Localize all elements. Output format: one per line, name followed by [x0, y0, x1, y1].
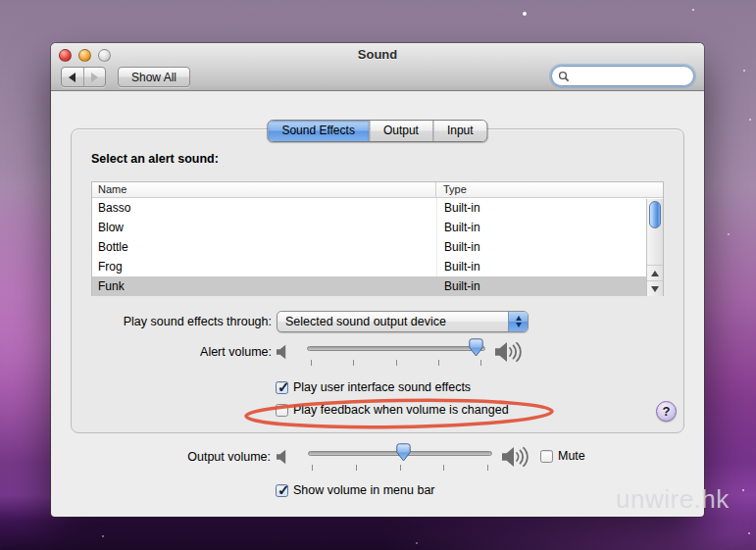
help-button[interactable]: ? — [656, 401, 677, 422]
cell-type: Built-in — [437, 276, 663, 296]
slider-track[interactable] — [307, 346, 485, 351]
play-ui-sounds-label: Play user interface sound effects — [293, 380, 471, 394]
play-ui-sounds-row: Play user interface sound effects — [276, 380, 471, 394]
watermark: unwire.hk — [616, 484, 730, 515]
show-volume-menu-bar-label: Show volume in menu bar — [293, 483, 435, 497]
table-scrollbar[interactable] — [646, 199, 663, 296]
cell-name: Blow — [92, 218, 437, 237]
speaker-quiet-icon — [276, 344, 292, 360]
cell-type: Built-in — [437, 237, 663, 257]
alert-sound-heading: Select an alert sound: — [91, 152, 219, 166]
scroll-down-button[interactable] — [647, 280, 663, 296]
show-volume-menu-bar-row: Show volume in menu bar — [276, 483, 435, 497]
scrollbar-thumb[interactable] — [649, 201, 661, 228]
cell-type: Built-in — [437, 257, 663, 276]
alert-sound-table: Name Type Basso Built-in Blow Built-in B… — [91, 181, 664, 296]
popup-arrows-icon — [508, 312, 528, 331]
tab-input[interactable]: Input — [432, 121, 487, 141]
sound-preferences-window: Sound Show All Sound Effects Output Inpu… — [51, 43, 704, 517]
title-bar[interactable]: Sound Show All — [51, 43, 704, 91]
popup-selected-value: Selected sound output device — [277, 312, 508, 331]
back-arrow-icon — [69, 73, 76, 82]
table-row[interactable]: Bottle Built-in — [92, 237, 663, 257]
cell-name: Bottle — [92, 237, 437, 257]
slider-ticks — [311, 360, 481, 366]
cell-name: Basso — [92, 198, 437, 218]
down-arrow-icon — [651, 286, 659, 292]
mute-checkbox[interactable] — [540, 450, 553, 463]
speaker-loud-icon — [494, 340, 526, 364]
search-icon — [558, 71, 570, 82]
search-input[interactable] — [570, 70, 682, 83]
up-arrow-icon — [651, 271, 659, 276]
play-feedback-label: Play feedback when volume is changed — [293, 403, 509, 417]
table-row[interactable]: Blow Built-in — [92, 218, 663, 237]
scrollbar-buttons — [647, 265, 663, 296]
play-feedback-checkbox[interactable] — [276, 404, 288, 417]
cell-name: Frog — [92, 257, 437, 276]
output-volume-thumb[interactable] — [396, 443, 411, 462]
sound-effects-panel: Select an alert sound: Name Type Basso B… — [71, 128, 684, 433]
tab-bar: Sound Effects Output Input — [267, 120, 487, 142]
background-stars — [523, 12, 527, 16]
play-through-label: Play sound effects through: — [72, 311, 272, 332]
table-header: Name Type — [92, 182, 663, 198]
cell-type: Built-in — [437, 218, 663, 237]
table-body: Basso Built-in Blow Built-in Bottle Buil… — [92, 198, 663, 296]
mute-row: Mute — [540, 449, 585, 463]
slider-ticks — [312, 465, 488, 471]
output-volume-slider[interactable] — [308, 442, 492, 472]
speaker-quiet-icon — [276, 449, 292, 465]
mute-label: Mute — [558, 449, 585, 463]
search-field[interactable] — [551, 66, 694, 86]
nav-buttons — [61, 67, 106, 87]
back-button[interactable] — [62, 68, 83, 86]
table-row-selected[interactable]: Funk Built-in — [92, 276, 663, 296]
show-all-button[interactable]: Show All — [118, 67, 190, 87]
table-row[interactable]: Basso Built-in — [92, 198, 663, 218]
sound-output-popup[interactable]: Selected sound output device — [277, 311, 529, 332]
column-header-name[interactable]: Name — [92, 182, 436, 197]
show-volume-menu-bar-checkbox[interactable] — [276, 484, 288, 497]
forward-button[interactable] — [83, 68, 106, 86]
table-row[interactable]: Frog Built-in — [92, 257, 663, 276]
column-header-type[interactable]: Type — [436, 182, 663, 197]
forward-arrow-icon — [91, 73, 98, 82]
window-title: Sound — [51, 47, 704, 62]
cell-type: Built-in — [437, 198, 663, 218]
scroll-up-button[interactable] — [647, 265, 663, 280]
alert-volume-slider[interactable] — [307, 337, 485, 367]
desktop-background: Sound Show All Sound Effects Output Inpu… — [0, 0, 756, 550]
play-ui-sounds-checkbox[interactable] — [276, 381, 288, 394]
tab-sound-effects[interactable]: Sound Effects — [268, 121, 369, 141]
alert-volume-thumb[interactable] — [469, 338, 483, 357]
alert-volume-label: Alert volume: — [72, 341, 272, 363]
output-volume-label: Output volume: — [51, 446, 271, 468]
play-feedback-row: Play feedback when volume is changed — [276, 403, 509, 417]
cell-name: Funk — [92, 276, 437, 296]
tab-output[interactable]: Output — [369, 121, 432, 141]
speaker-loud-icon — [501, 445, 532, 469]
